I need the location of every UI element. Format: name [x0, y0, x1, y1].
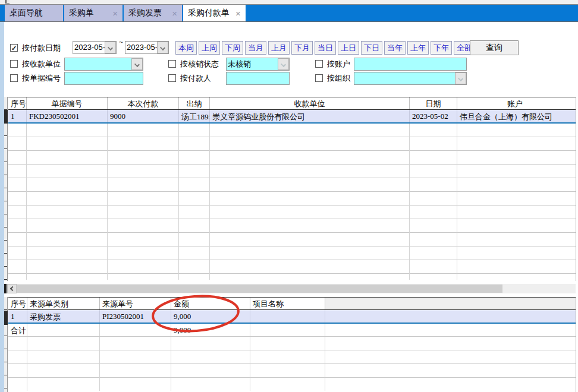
selected-row-indicator [4, 110, 8, 124]
doc-no-field [64, 72, 143, 85]
receiver-label: 按收款单位 [22, 59, 61, 69]
checkbox-writeoff[interactable] [168, 60, 176, 68]
quick-range-last-year[interactable]: 上年 [407, 41, 429, 55]
cell-source-type: 采购发票 [27, 310, 100, 323]
quick-range-today[interactable]: 当日 [315, 41, 336, 55]
doc-no-input[interactable] [66, 72, 142, 84]
receiver-dropdown-button[interactable] [131, 58, 143, 70]
chevron-down-icon [281, 62, 286, 67]
total-label: 合计 [8, 324, 27, 336]
filter-row-date: 按付款日期 ~ 本周 上周 下周 当月 上月 下月 当日 上日 下日 当年 [4, 40, 578, 55]
payment-list-grid: 序号 单据编号 本次付款 出纳 收款单位 日期 账户 1 FKD23050200… [4, 97, 576, 281]
cell-seq: 1 [8, 310, 27, 323]
quick-range-this-week[interactable]: 本周 [175, 41, 197, 55]
writeoff-label: 按核销状态 [180, 59, 219, 69]
quick-range-next-month[interactable]: 下月 [291, 41, 313, 55]
col-header-amount: 金额 [171, 298, 250, 309]
quick-range-next-year[interactable]: 下年 [431, 41, 452, 55]
cell-project [250, 310, 325, 323]
tab-desktop-nav[interactable]: 桌面导航 [5, 5, 63, 21]
checkbox-account[interactable] [315, 60, 323, 68]
selected-row-indicator [4, 311, 8, 325]
close-icon[interactable]: × [235, 9, 241, 18]
cell-doc-no: FKD230502001 [27, 110, 108, 122]
cell-source-no: PI230502001 [100, 310, 171, 323]
quick-range-this-month[interactable]: 当月 [245, 41, 266, 55]
quick-range-tomorrow[interactable]: 下日 [361, 41, 382, 55]
chevron-down-icon [458, 76, 463, 81]
cell-payee: 崇义章源钨业股份有限公司 [210, 110, 410, 122]
filter-row-2: 按收款单位 按核销状态 未核销 按账户 [4, 57, 578, 71]
checkbox-pay-date[interactable] [10, 44, 18, 52]
splitter-handle-icon[interactable] [5, 0, 10, 4]
date-range-separator: ~ [119, 38, 123, 46]
tab-purchase-invoice[interactable]: 采购发票 × [124, 5, 182, 21]
empty-grid-area [8, 337, 576, 391]
account-input[interactable] [356, 58, 465, 70]
cell-cashier: 汤工1895 [179, 110, 210, 122]
cell-date: 2023-05-02 [410, 110, 457, 122]
checkbox-doc-no[interactable] [10, 74, 18, 82]
col-header-seq: 序号 [8, 97, 27, 109]
source-detail-grid: 序号 来源单类别 来源单号 金额 项目名称 1 采购发票 PI230502001… [4, 297, 576, 392]
close-icon[interactable]: × [112, 9, 118, 18]
empty-grid-area [8, 124, 576, 280]
checkbox-payer[interactable] [168, 74, 176, 82]
org-value[interactable] [356, 72, 465, 84]
receiver-combo [64, 58, 143, 71]
receiver-value[interactable] [66, 58, 142, 70]
col-header-source-type: 来源单类别 [27, 298, 100, 309]
date-to-combo [125, 41, 169, 54]
chevron-down-icon [134, 62, 140, 67]
date-from-combo [73, 41, 117, 54]
tab-label: 桌面导航 [10, 8, 58, 18]
org-dropdown-button[interactable] [455, 72, 466, 84]
detail-grid-header: 序号 来源单类别 来源单号 金额 项目名称 [8, 297, 576, 310]
writeoff-combo: 未核销 [226, 58, 290, 71]
payer-field [226, 72, 290, 85]
quick-range-this-year[interactable]: 当年 [384, 41, 406, 55]
filter-row-3: 按单据编号 按付款人 按组织 [4, 71, 578, 86]
date-from-dropdown-button[interactable] [105, 42, 116, 53]
col-header-account: 账户 [457, 97, 573, 109]
checkbox-org[interactable] [315, 74, 323, 82]
filter-panel: 按付款日期 ~ 本周 上周 下周 当月 上月 下月 当日 上日 下日 当年 [4, 36, 578, 92]
tab-purchase-order[interactable]: 采购单 × [64, 5, 122, 21]
scroll-left-button[interactable] [7, 284, 17, 293]
org-label: 按组织 [327, 73, 350, 84]
close-icon[interactable]: × [172, 9, 177, 18]
chevron-down-icon [160, 45, 165, 50]
quick-range-buttons: 本周 上周 下周 当月 上月 下月 当日 上日 下日 当年 上年 下年 全部 [175, 41, 492, 55]
cell-amount: 9,000 [171, 310, 250, 323]
account-field [354, 58, 467, 71]
writeoff-dropdown-button[interactable] [278, 58, 289, 70]
search-button[interactable]: 查询 [470, 40, 519, 55]
doc-no-label: 按单据编号 [22, 73, 61, 84]
row-selector-column [4, 97, 8, 281]
col-header-project: 项目名称 [250, 298, 325, 309]
horizontal-scrollbar[interactable] [4, 284, 576, 293]
quick-range-yesterday[interactable]: 上日 [338, 41, 359, 55]
grid-right-border [576, 97, 576, 281]
table-row[interactable]: 1 采购发票 PI230502001 9,000 [8, 310, 576, 324]
quick-range-last-month[interactable]: 上月 [268, 41, 290, 55]
scrollbar-thumb[interactable] [17, 284, 502, 293]
tab-label: 采购发票 [128, 8, 166, 18]
org-combo [354, 72, 467, 85]
chevron-left-icon [10, 286, 15, 291]
quick-range-next-week[interactable]: 下周 [222, 41, 243, 55]
col-header-date: 日期 [410, 97, 457, 109]
cell-filler [325, 310, 576, 323]
tab-purchase-payment[interactable]: 采购付款单 × [183, 5, 246, 21]
total-amount: 9,000 [171, 324, 250, 336]
cell-seq: 1 [8, 110, 27, 122]
cell-amount-paid: 9000 [108, 110, 179, 122]
payer-label: 按付款人 [180, 73, 211, 84]
col-header-cashier: 出纳 [179, 97, 210, 109]
window-left-strip [0, 22, 4, 392]
date-to-dropdown-button[interactable] [157, 42, 168, 53]
table-row[interactable]: 1 FKD230502001 9000 汤工1895 崇义章源钨业股份有限公司 … [8, 110, 576, 124]
quick-range-last-week[interactable]: 上周 [199, 41, 220, 55]
payer-input[interactable] [228, 72, 288, 84]
checkbox-receiver[interactable] [10, 60, 18, 68]
